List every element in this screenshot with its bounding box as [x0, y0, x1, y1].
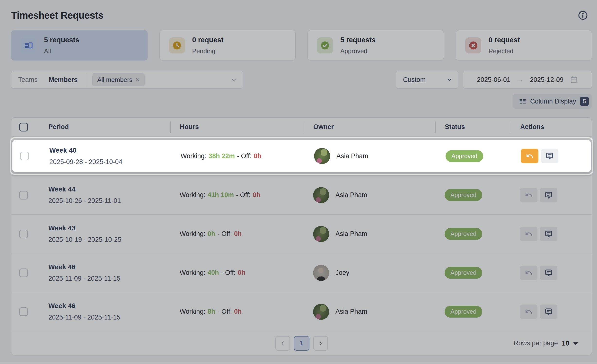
- stat-label: Pending: [192, 47, 224, 55]
- date-filters: Custom 2025-06-01 → 2025-12-09: [396, 71, 592, 89]
- column-header-status[interactable]: Status: [435, 121, 511, 133]
- date-preset-select[interactable]: Custom: [396, 71, 458, 89]
- page-title: Timesheet Requests: [11, 10, 103, 21]
- off-hours-value: 0h: [238, 269, 246, 277]
- row-checkbox[interactable]: [19, 191, 28, 199]
- stat-label: Rejected: [489, 47, 520, 55]
- comment-button[interactable]: [540, 227, 557, 241]
- undo-button[interactable]: [521, 149, 538, 163]
- stat-label: All: [44, 47, 79, 55]
- table-header-row: Period Hours Owner Status Actions: [11, 118, 592, 137]
- page-header: Timesheet Requests: [11, 0, 592, 21]
- chip-remove-icon[interactable]: ×: [136, 76, 140, 83]
- members-filter[interactable]: Teams Members All members ×: [11, 71, 243, 89]
- stat-card-all[interactable]: 5 requests All: [11, 30, 148, 61]
- date-preset-value: Custom: [403, 76, 426, 84]
- approved-check-icon: [317, 37, 333, 53]
- stat-card-approved[interactable]: 5 requests Approved: [307, 30, 444, 61]
- filter-bar: Teams Members All members × Custom 2025-…: [11, 71, 592, 89]
- timesheet-requests-page: Timesheet Requests 5 requests All: [0, 0, 597, 364]
- comment-button[interactable]: [540, 188, 557, 202]
- owner-name: Asia Pham: [335, 308, 367, 315]
- tab-teams[interactable]: Teams: [18, 76, 38, 84]
- calendar-icon: [570, 76, 578, 84]
- page-1-button[interactable]: 1: [294, 336, 309, 351]
- row-checkbox[interactable]: [19, 230, 28, 238]
- table-row[interactable]: Week 40 2025-09-28 - 2025-10-04 Working:…: [12, 140, 591, 172]
- rows-per-page-label: Rows per page: [514, 339, 558, 347]
- select-all-checkbox[interactable]: [19, 123, 28, 131]
- rows-per-page-control[interactable]: Rows per page 10: [514, 339, 578, 347]
- stat-value: 0 request: [192, 36, 224, 44]
- hours-summary: Working: 8h - Off: 0h: [170, 308, 304, 315]
- avatar: [313, 226, 329, 242]
- stat-card-rejected[interactable]: 0 request Rejected: [456, 30, 592, 61]
- working-hours-value: 41h 10m: [208, 191, 234, 199]
- working-hours-value: 38h 22m: [209, 152, 235, 160]
- column-header-actions[interactable]: Actions: [511, 121, 592, 133]
- next-page-button[interactable]: [313, 336, 328, 351]
- column-count-badge: 5: [580, 97, 589, 106]
- working-hours-value: 40h: [208, 269, 219, 277]
- period-week: Week 46: [48, 263, 170, 271]
- off-hours-value: 0h: [234, 230, 242, 238]
- row-checkbox[interactable]: [20, 152, 29, 160]
- status-badge: Approved: [445, 267, 482, 279]
- table-row[interactable]: Week 44 2025-10-26 - 2025-11-01 Working:…: [11, 175, 592, 214]
- status-badge: Approved: [445, 228, 482, 240]
- table-row[interactable]: Week 43 2025-10-19 - 2025-10-25 Working:…: [11, 214, 592, 253]
- stat-label: Approved: [340, 47, 376, 55]
- stats-row: 5 requests All 0 request Pending: [11, 30, 592, 61]
- pending-clock-icon: [169, 37, 185, 53]
- stat-card-pending[interactable]: 0 request Pending: [159, 30, 296, 61]
- undo-button[interactable]: [520, 304, 537, 319]
- filter-chip-all-members[interactable]: All members ×: [92, 73, 145, 86]
- owner-name: Asia Pham: [335, 191, 367, 199]
- comment-button[interactable]: [540, 304, 557, 319]
- date-range-picker[interactable]: 2025-06-01 → 2025-12-09: [463, 71, 592, 89]
- tab-members[interactable]: Members: [49, 76, 78, 84]
- date-end: 2025-12-09: [530, 76, 563, 84]
- working-hours-value: 0h: [208, 230, 215, 238]
- period-dates: 2025-11-09 - 2025-11-15: [48, 275, 170, 282]
- column-display-button[interactable]: Column Display 5: [513, 94, 592, 109]
- off-hours-value: 0h: [253, 191, 261, 199]
- working-hours-value: 8h: [208, 308, 215, 315]
- column-header-owner[interactable]: Owner: [304, 121, 435, 133]
- hours-summary: Working: 41h 10m - Off: 0h: [170, 191, 304, 199]
- table-row[interactable]: Week 46 2025-11-09 - 2025-11-15 Working:…: [11, 253, 592, 292]
- undo-button[interactable]: [520, 266, 537, 280]
- prev-page-button[interactable]: [275, 336, 290, 351]
- arrow-right-icon: →: [517, 76, 524, 84]
- undo-button[interactable]: [520, 227, 537, 241]
- status-badge: Approved: [445, 306, 482, 318]
- period-week: Week 44: [48, 185, 170, 193]
- column-display-label: Column Display: [530, 98, 576, 105]
- period-week: Week 43: [48, 224, 170, 232]
- info-icon[interactable]: [577, 10, 588, 21]
- stat-value: 0 request: [489, 36, 520, 44]
- column-header-period[interactable]: Period: [48, 123, 170, 131]
- off-hours-value: 0h: [254, 152, 262, 160]
- next-section-edge: [0, 362, 597, 364]
- column-header-hours[interactable]: Hours: [170, 121, 304, 133]
- period-dates: 2025-11-09 - 2025-11-15: [48, 314, 170, 321]
- row-checkbox[interactable]: [19, 307, 28, 316]
- chevron-down-icon: [446, 77, 453, 83]
- status-badge: Approved: [446, 150, 483, 162]
- hours-summary: Working: 38h 22m - Off: 0h: [171, 152, 305, 160]
- rejected-x-icon: [465, 37, 481, 53]
- avatar: [314, 148, 330, 164]
- table-row[interactable]: Week 46 2025-11-09 - 2025-11-15 Working:…: [11, 292, 592, 331]
- divider: [86, 73, 86, 87]
- comment-button[interactable]: [540, 266, 557, 280]
- status-badge: Approved: [445, 189, 482, 201]
- table-footer: 1 Rows per page 10: [11, 331, 592, 355]
- all-requests-icon: [21, 37, 37, 53]
- period-dates: 2025-09-28 - 2025-10-04: [49, 158, 171, 166]
- stat-value: 5 requests: [340, 36, 376, 44]
- avatar: [313, 265, 329, 281]
- undo-button[interactable]: [520, 188, 537, 202]
- comment-button[interactable]: [541, 149, 558, 163]
- row-checkbox[interactable]: [19, 269, 28, 277]
